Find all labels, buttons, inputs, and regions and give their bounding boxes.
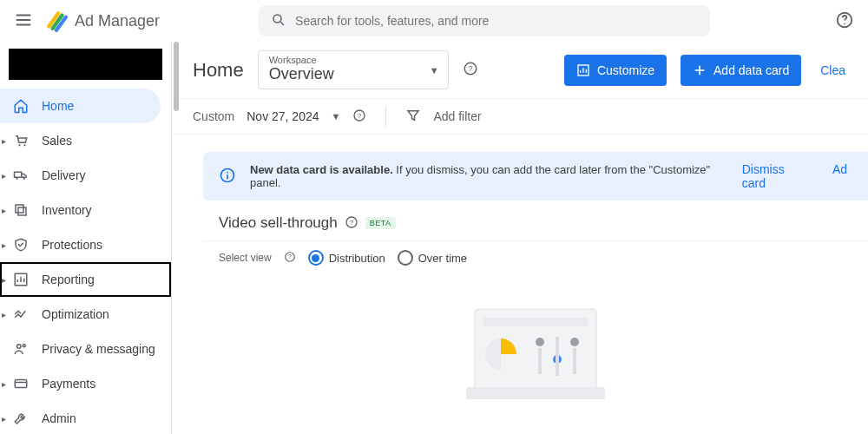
sidebar-item-home[interactable]: Home [0, 89, 161, 123]
svg-point-2 [844, 23, 845, 24]
search-box[interactable] [259, 5, 710, 36]
help-icon[interactable]: ? [352, 108, 366, 125]
svg-rect-12 [15, 380, 27, 388]
help-icon[interactable]: ? [345, 215, 358, 232]
chevron-down-icon[interactable]: ▼ [332, 111, 341, 122]
help-icon[interactable]: ? [284, 251, 296, 266]
info-icon [219, 167, 236, 187]
sidebar-item-label: Admin [42, 411, 76, 425]
svg-point-6 [23, 178, 25, 180]
sidebar-item-label: Reporting [42, 273, 95, 286]
svg-point-5 [16, 178, 17, 180]
sidebar-item-label: Payments [42, 377, 95, 391]
radio-label: Over time [418, 252, 467, 265]
add-card-button[interactable]: Ad [827, 162, 852, 190]
date-value[interactable]: Nov 27, 2024 [247, 109, 319, 123]
select-view-label: Select view [219, 252, 272, 264]
sidebar-item-label: Delivery [42, 168, 86, 182]
help-icon[interactable] [835, 10, 854, 32]
account-selector[interactable] [9, 49, 162, 80]
app-logo: Ad Manager [45, 10, 160, 32]
trend-icon [12, 306, 30, 322]
people-icon [12, 341, 30, 357]
workspace-value: Overview [269, 65, 439, 83]
svg-point-3 [18, 144, 20, 146]
add-card-label: Add data card [713, 63, 789, 77]
expand-icon: ▸ [2, 171, 6, 181]
expand-icon: ▸ [2, 310, 6, 319]
sidebar-item-label: Protections [42, 238, 102, 252]
expand-icon: ▸ [2, 414, 6, 424]
svg-rect-25 [466, 387, 605, 399]
sidebar-item-label: Privacy & messaging [42, 342, 155, 356]
svg-rect-7 [16, 205, 23, 213]
beta-badge: BETA [365, 217, 396, 229]
info-notice: New data card is available. If you dismi… [203, 152, 868, 201]
sidebar-item-protections[interactable]: ▸ Protections [0, 227, 171, 262]
help-icon[interactable]: ? [463, 61, 478, 79]
radio-label: Distribution [329, 252, 385, 265]
home-icon [12, 98, 30, 114]
sidebar-item-payments[interactable]: ▸ Payments [0, 366, 171, 401]
cart-icon [12, 133, 30, 148]
shield-icon [12, 237, 30, 253]
sidebar-item-privacy[interactable]: Privacy & messaging [0, 332, 171, 366]
empty-state-illustration [457, 300, 614, 407]
app-name: Ad Manager [75, 12, 160, 30]
radio-overtime[interactable]: Over time [398, 250, 467, 266]
svg-rect-26 [483, 318, 588, 326]
svg-text:?: ? [350, 218, 354, 226]
radio-distribution[interactable]: Distribution [308, 250, 385, 266]
expand-icon: ▸ [2, 206, 6, 215]
svg-point-0 [273, 15, 281, 23]
sidebar-item-sales[interactable]: ▸ Sales [0, 123, 171, 158]
sidebar-item-reporting[interactable]: ▸ Reporting [0, 262, 171, 297]
dismiss-card-button[interactable]: Dismiss card [737, 162, 812, 190]
divider [385, 106, 386, 127]
svg-point-31 [570, 338, 579, 346]
sidebar-item-optimization[interactable]: ▸ Optimization [0, 297, 171, 332]
sidebar-item-delivery[interactable]: ▸ Delivery [0, 158, 171, 193]
svg-text:?: ? [358, 111, 362, 119]
customize-label: Customize [597, 63, 654, 77]
workspace-label: Workspace [269, 55, 439, 65]
layers-icon [12, 202, 30, 218]
svg-text:?: ? [288, 253, 292, 260]
filter-icon[interactable] [405, 108, 421, 126]
main-content: Home Workspace Overview ▼ ? Customize Ad… [172, 42, 868, 434]
svg-point-10 [17, 345, 22, 349]
expand-icon: ▸ [2, 136, 6, 146]
svg-point-11 [23, 345, 25, 347]
notice-text: New data card is available. If you dismi… [250, 163, 723, 189]
wrench-icon [12, 411, 30, 426]
search-icon [271, 12, 286, 30]
expand-icon: ▸ [2, 379, 6, 389]
svg-point-27 [536, 338, 544, 346]
svg-rect-28 [538, 348, 542, 374]
add-data-card-button[interactable]: Add data card [681, 55, 801, 86]
scrollbar[interactable] [172, 42, 181, 434]
plus-icon [693, 63, 707, 77]
svg-point-4 [23, 144, 25, 146]
expand-icon: ▸ [2, 240, 6, 250]
customize-button[interactable]: Customize [564, 55, 667, 86]
chart-icon [12, 272, 30, 287]
add-filter-button[interactable]: Add filter [433, 109, 481, 123]
sidebar-item-label: Optimization [42, 307, 109, 321]
radio-icon [398, 250, 413, 266]
svg-rect-32 [573, 348, 576, 374]
chevron-down-icon: ▼ [430, 65, 439, 76]
sidebar-item-admin[interactable]: ▸ Admin [0, 401, 171, 434]
truck-icon [12, 168, 30, 183]
sidebar-item-label: Sales [42, 134, 72, 148]
customize-icon [576, 63, 590, 77]
clear-button[interactable]: Clea [815, 63, 851, 77]
sidebar-item-inventory[interactable]: ▸ Inventory [0, 193, 171, 227]
date-range-type[interactable]: Custom [193, 109, 234, 123]
workspace-selector[interactable]: Workspace Overview ▼ [258, 50, 449, 89]
card-icon [12, 376, 30, 391]
menu-icon[interactable] [14, 10, 33, 32]
svg-rect-8 [18, 207, 26, 215]
page-title: Home [193, 59, 244, 82]
search-input[interactable] [295, 14, 698, 28]
